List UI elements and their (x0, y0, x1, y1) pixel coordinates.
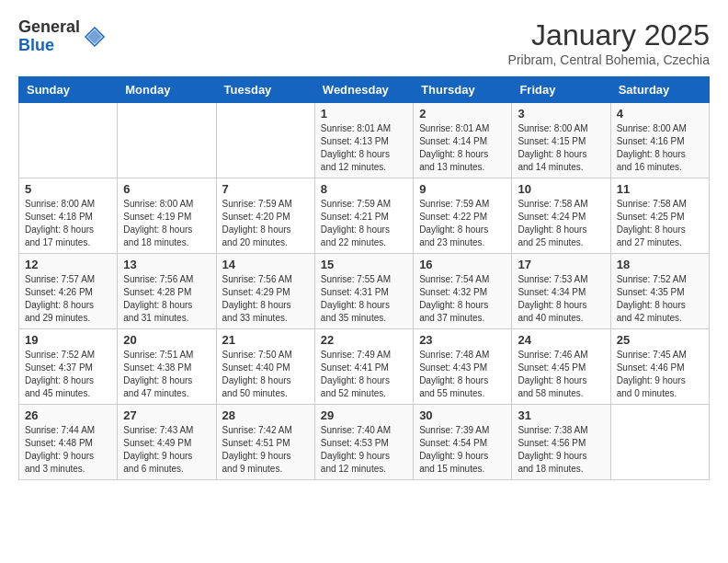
day-info: Sunrise: 7:58 AM Sunset: 4:24 PM Dayligh… (518, 198, 604, 249)
day-info: Sunrise: 7:59 AM Sunset: 4:22 PM Dayligh… (419, 198, 506, 249)
calendar-cell: 19Sunrise: 7:52 AM Sunset: 4:37 PM Dayli… (19, 329, 118, 405)
page-header: General Blue January 2025 Pribram, Centr… (18, 18, 710, 67)
day-number: 1 (321, 107, 407, 121)
day-info: Sunrise: 7:48 AM Sunset: 4:43 PM Dayligh… (419, 349, 506, 400)
day-number: 12 (25, 258, 111, 271)
day-number: 27 (123, 408, 210, 422)
day-number: 20 (123, 333, 210, 347)
day-number: 6 (123, 182, 210, 196)
day-info: Sunrise: 7:46 AM Sunset: 4:45 PM Dayligh… (518, 349, 604, 400)
day-number: 16 (419, 258, 506, 271)
day-info: Sunrise: 7:52 AM Sunset: 4:35 PM Dayligh… (617, 273, 703, 325)
calendar-header-sunday: Sunday (19, 77, 118, 103)
day-number: 21 (222, 333, 309, 347)
calendar-cell: 9Sunrise: 7:59 AM Sunset: 4:22 PM Daylig… (414, 178, 512, 254)
calendar-cell: 23Sunrise: 7:48 AM Sunset: 4:43 PM Dayli… (414, 329, 512, 405)
calendar-cell: 14Sunrise: 7:56 AM Sunset: 4:29 PM Dayli… (216, 254, 314, 329)
calendar-cell: 26Sunrise: 7:44 AM Sunset: 4:48 PM Dayli… (19, 405, 118, 480)
calendar-cell: 1Sunrise: 8:01 AM Sunset: 4:13 PM Daylig… (314, 103, 413, 178)
calendar-cell: 17Sunrise: 7:53 AM Sunset: 4:34 PM Dayli… (512, 254, 610, 329)
day-number: 9 (419, 182, 506, 196)
day-info: Sunrise: 7:59 AM Sunset: 4:21 PM Dayligh… (321, 198, 407, 249)
day-number: 13 (123, 258, 210, 271)
day-info: Sunrise: 7:52 AM Sunset: 4:37 PM Dayligh… (25, 349, 111, 400)
day-info: Sunrise: 8:00 AM Sunset: 4:18 PM Dayligh… (25, 198, 111, 249)
calendar-cell: 8Sunrise: 7:59 AM Sunset: 4:21 PM Daylig… (314, 178, 413, 254)
calendar-cell: 6Sunrise: 8:00 AM Sunset: 4:19 PM Daylig… (118, 178, 216, 254)
day-info: Sunrise: 7:43 AM Sunset: 4:49 PM Dayligh… (123, 424, 210, 476)
day-number: 15 (321, 258, 407, 271)
day-number: 25 (617, 333, 703, 347)
logo-icon (84, 26, 106, 48)
calendar-cell: 18Sunrise: 7:52 AM Sunset: 4:35 PM Dayli… (610, 254, 709, 329)
calendar-cell: 2Sunrise: 8:01 AM Sunset: 4:14 PM Daylig… (414, 103, 512, 178)
calendar-cell: 21Sunrise: 7:50 AM Sunset: 4:40 PM Dayli… (216, 329, 314, 405)
calendar-cell: 25Sunrise: 7:45 AM Sunset: 4:46 PM Dayli… (610, 329, 709, 405)
calendar-header-saturday: Saturday (610, 77, 709, 103)
logo-general-text: General (18, 18, 80, 37)
calendar-cell: 22Sunrise: 7:49 AM Sunset: 4:41 PM Dayli… (314, 329, 413, 405)
calendar-week-row: 12Sunrise: 7:57 AM Sunset: 4:26 PM Dayli… (19, 254, 710, 329)
calendar-cell: 13Sunrise: 7:56 AM Sunset: 4:28 PM Dayli… (118, 254, 216, 329)
calendar-header-tuesday: Tuesday (216, 77, 314, 103)
day-number: 14 (222, 258, 309, 271)
day-info: Sunrise: 8:00 AM Sunset: 4:19 PM Dayligh… (123, 198, 210, 249)
day-info: Sunrise: 7:56 AM Sunset: 4:28 PM Dayligh… (123, 273, 210, 325)
calendar-header-friday: Friday (512, 77, 610, 103)
day-number: 5 (25, 182, 111, 196)
day-number: 31 (518, 408, 604, 422)
calendar-cell (19, 103, 118, 178)
calendar-table: SundayMondayTuesdayWednesdayThursdayFrid… (18, 76, 710, 480)
calendar-cell: 27Sunrise: 7:43 AM Sunset: 4:49 PM Dayli… (118, 405, 216, 480)
day-number: 24 (518, 333, 604, 347)
day-number: 19 (25, 333, 111, 347)
day-info: Sunrise: 7:42 AM Sunset: 4:51 PM Dayligh… (222, 424, 309, 476)
day-info: Sunrise: 8:01 AM Sunset: 4:14 PM Dayligh… (419, 122, 506, 174)
calendar-cell: 20Sunrise: 7:51 AM Sunset: 4:38 PM Dayli… (118, 329, 216, 405)
calendar-cell: 16Sunrise: 7:54 AM Sunset: 4:32 PM Dayli… (414, 254, 512, 329)
day-number: 22 (321, 333, 407, 347)
calendar-cell: 28Sunrise: 7:42 AM Sunset: 4:51 PM Dayli… (216, 405, 314, 480)
day-info: Sunrise: 7:54 AM Sunset: 4:32 PM Dayligh… (419, 273, 506, 325)
day-number: 18 (617, 258, 703, 271)
calendar-cell: 12Sunrise: 7:57 AM Sunset: 4:26 PM Dayli… (19, 254, 118, 329)
day-number: 28 (222, 408, 309, 422)
calendar-header-wednesday: Wednesday (314, 77, 413, 103)
calendar-cell: 29Sunrise: 7:40 AM Sunset: 4:53 PM Dayli… (314, 405, 413, 480)
day-info: Sunrise: 7:59 AM Sunset: 4:20 PM Dayligh… (222, 198, 309, 249)
day-number: 4 (617, 107, 703, 121)
day-number: 11 (617, 182, 703, 196)
calendar-cell: 4Sunrise: 8:00 AM Sunset: 4:16 PM Daylig… (610, 103, 709, 178)
day-info: Sunrise: 7:55 AM Sunset: 4:31 PM Dayligh… (321, 273, 407, 325)
day-info: Sunrise: 7:50 AM Sunset: 4:40 PM Dayligh… (222, 349, 309, 400)
day-number: 23 (419, 333, 506, 347)
location-subtitle: Pribram, Central Bohemia, Czechia (508, 52, 710, 67)
day-info: Sunrise: 7:56 AM Sunset: 4:29 PM Dayligh… (222, 273, 309, 325)
day-info: Sunrise: 7:44 AM Sunset: 4:48 PM Dayligh… (25, 424, 111, 476)
calendar-cell: 7Sunrise: 7:59 AM Sunset: 4:20 PM Daylig… (216, 178, 314, 254)
day-number: 3 (518, 107, 604, 121)
day-info: Sunrise: 7:58 AM Sunset: 4:25 PM Dayligh… (617, 198, 703, 249)
title-section: January 2025 Pribram, Central Bohemia, C… (508, 18, 710, 67)
day-number: 29 (321, 408, 407, 422)
day-info: Sunrise: 8:00 AM Sunset: 4:16 PM Dayligh… (617, 122, 703, 174)
calendar-cell (216, 103, 314, 178)
day-info: Sunrise: 8:00 AM Sunset: 4:15 PM Dayligh… (518, 122, 604, 174)
day-info: Sunrise: 8:01 AM Sunset: 4:13 PM Dayligh… (321, 122, 407, 174)
calendar-header-row: SundayMondayTuesdayWednesdayThursdayFrid… (19, 77, 710, 103)
day-number: 7 (222, 182, 309, 196)
calendar-cell (610, 405, 709, 480)
day-number: 10 (518, 182, 604, 196)
calendar-cell: 30Sunrise: 7:39 AM Sunset: 4:54 PM Dayli… (414, 405, 512, 480)
day-info: Sunrise: 7:53 AM Sunset: 4:34 PM Dayligh… (518, 273, 604, 325)
day-number: 17 (518, 258, 604, 271)
calendar-week-row: 1Sunrise: 8:01 AM Sunset: 4:13 PM Daylig… (19, 103, 710, 178)
day-info: Sunrise: 7:49 AM Sunset: 4:41 PM Dayligh… (321, 349, 407, 400)
day-number: 8 (321, 182, 407, 196)
logo: General Blue (18, 18, 106, 55)
day-info: Sunrise: 7:57 AM Sunset: 4:26 PM Dayligh… (25, 273, 111, 325)
day-info: Sunrise: 7:40 AM Sunset: 4:53 PM Dayligh… (321, 424, 407, 476)
day-info: Sunrise: 7:51 AM Sunset: 4:38 PM Dayligh… (123, 349, 210, 400)
calendar-cell: 24Sunrise: 7:46 AM Sunset: 4:45 PM Dayli… (512, 329, 610, 405)
calendar-week-row: 26Sunrise: 7:44 AM Sunset: 4:48 PM Dayli… (19, 405, 710, 480)
